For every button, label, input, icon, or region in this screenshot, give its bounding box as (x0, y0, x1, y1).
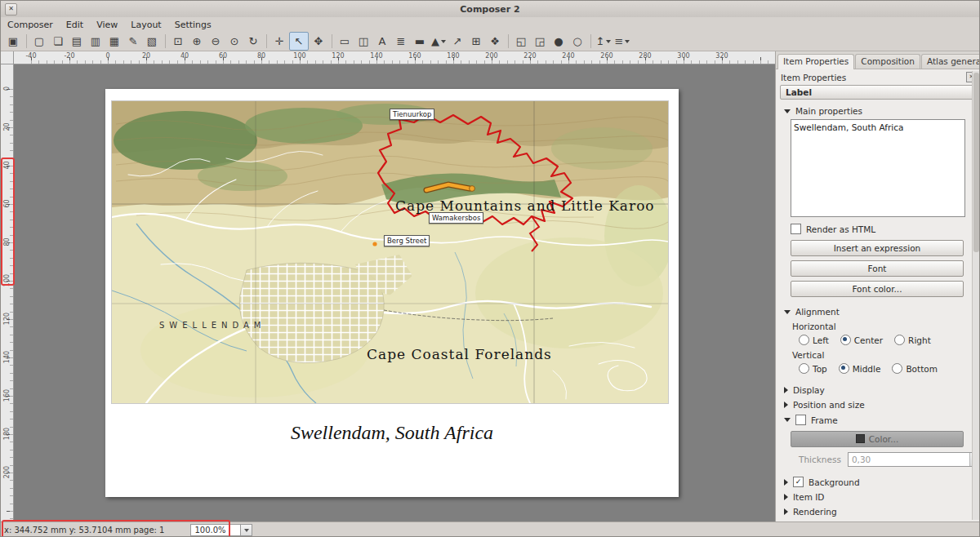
export-image-button[interactable]: ▦ (105, 33, 123, 50)
ruler-mark: 60 (3, 196, 11, 212)
zoom-full-icon: ⊡ (174, 36, 183, 47)
add-legend-button[interactable]: ≣ (392, 33, 410, 50)
unlock-items-button[interactable]: ○ (568, 33, 586, 50)
section-label: Main properties (795, 106, 862, 116)
menu-settings[interactable]: Settings (168, 18, 218, 32)
ruler-mark: 40 (3, 158, 11, 174)
scrollbar-thumb[interactable] (973, 73, 979, 252)
menu-composer[interactable]: Composer (1, 18, 60, 32)
dropdown-arrow-icon (625, 40, 630, 43)
section-frame[interactable]: Frame (776, 411, 980, 427)
toolbar-separator (266, 34, 267, 48)
render-as-html-checkbox[interactable]: Render as HTML (776, 220, 980, 236)
radio-icon (894, 335, 905, 345)
expander-open-icon (784, 109, 791, 113)
radio-middle[interactable]: Middle (839, 363, 881, 374)
section-main-properties[interactable]: Main properties (776, 103, 980, 118)
menubar: Composer Edit View Layout Settings (1, 17, 979, 32)
lock-items-button[interactable]: ● (550, 33, 568, 50)
radio-bottom[interactable]: Bottom (892, 363, 938, 374)
duplicate-composer-button[interactable]: ❏ (49, 33, 67, 50)
label-text-area[interactable]: Swellendam, South Africa (791, 119, 965, 217)
font-button[interactable]: Font (791, 260, 964, 277)
menu-view[interactable]: View (90, 18, 124, 32)
add-shape-button[interactable]: ▲ (430, 33, 448, 50)
frame-checkbox-icon[interactable] (795, 415, 806, 425)
composer-canvas[interactable]: SWELLENDAM Tienuurkop Wamakersbos Berg S… (14, 64, 775, 521)
section-alignment[interactable]: Alignment (776, 304, 980, 318)
insert-expression-button[interactable]: Insert an expression (791, 240, 964, 256)
frame-color-button[interactable]: Color... (791, 431, 964, 447)
ruler-mark: 180 (447, 52, 459, 60)
zoom-full-button[interactable]: ⊡ (169, 33, 187, 50)
zoom-out-button[interactable]: ⊖ (207, 33, 225, 50)
zoom-in-button[interactable]: ⊕ (188, 33, 206, 50)
save-project-button[interactable]: ▣ (4, 33, 22, 50)
refresh-view-button[interactable]: ↻ (244, 33, 262, 50)
section-item-id[interactable]: Item ID (776, 489, 980, 504)
add-label-button[interactable]: A (373, 33, 391, 50)
add-scalebar-icon: ▬ (415, 36, 425, 47)
menu-edit[interactable]: Edit (60, 18, 90, 32)
export-svg-icon: ✎ (129, 36, 138, 47)
ruler-mark: 140 (3, 349, 11, 366)
move-content-icon: ✥ (314, 36, 323, 47)
section-display[interactable]: Display (776, 382, 980, 397)
export-pdf-button[interactable]: ▧ (143, 33, 161, 50)
pan-tool-button[interactable]: ✛ (270, 33, 288, 50)
export-image-icon: ▦ (109, 36, 119, 47)
map-town-label: SWELLENDAM (159, 321, 266, 330)
radio-center[interactable]: Center (840, 335, 883, 345)
section-position-and-size[interactable]: Position and size (776, 397, 980, 411)
checkbox-icon (791, 224, 801, 234)
zoom-actual-button[interactable]: ⊙ (225, 33, 243, 50)
ungroup-items-button[interactable]: ◲ (531, 33, 549, 50)
radio-top[interactable]: Top (799, 363, 827, 374)
print-button[interactable]: ▥ (87, 33, 105, 50)
composer-manager-button[interactable]: ▤ (68, 33, 86, 50)
section-rendering[interactable]: Rendering (776, 504, 980, 518)
tab-composition[interactable]: Composition (855, 54, 920, 69)
add-map-button[interactable]: ▭ (336, 33, 354, 50)
add-html-frame-button[interactable]: ❖ (486, 33, 504, 50)
radio-label: Right (908, 335, 931, 345)
group-items-button[interactable]: ◱ (512, 33, 530, 50)
ruler-mark: 40 (180, 52, 189, 60)
radio-icon (799, 335, 809, 345)
raise-items-button[interactable]: ↥ (595, 33, 612, 50)
tab-item-properties[interactable]: Item Properties (777, 54, 854, 69)
expander-closed-icon (784, 494, 788, 500)
select-move-item-button[interactable]: ↖ (289, 32, 309, 51)
font-color-button[interactable]: Font color... (791, 281, 964, 297)
expander-open-icon (784, 418, 791, 422)
checkbox-label: Render as HTML (806, 224, 875, 234)
ruler-mark: -40 (25, 52, 36, 60)
horizontal-alignment-radios: Left Center Right (776, 332, 980, 347)
add-image-button[interactable]: ◫ (354, 33, 372, 50)
background-checkbox-icon[interactable] (793, 477, 804, 487)
tab-atlas-generation[interactable]: Atlas generation (921, 54, 980, 69)
panel-scrollbar[interactable] (972, 71, 980, 520)
map-item[interactable]: SWELLENDAM Tienuurkop Wamakersbos Berg S… (111, 100, 669, 404)
add-scalebar-button[interactable]: ▬ (411, 33, 429, 50)
add-attribute-table-button[interactable]: ⊞ (467, 33, 485, 50)
move-item-content-button[interactable]: ✥ (310, 33, 327, 50)
radio-right[interactable]: Right (894, 335, 931, 345)
zoom-dropdown-button[interactable] (241, 524, 252, 536)
menu-layout[interactable]: Layout (124, 18, 167, 32)
section-background[interactable]: Background (776, 473, 980, 489)
radio-left[interactable]: Left (799, 335, 829, 345)
new-composer-button[interactable]: ▢ (30, 33, 48, 50)
ruler-mark: 100 (3, 273, 11, 289)
zoom-value[interactable]: 100.0% (190, 524, 241, 536)
section-label: Item ID (793, 492, 824, 502)
color-swatch-icon (856, 434, 865, 443)
add-arrow-button[interactable]: ↗ (448, 33, 466, 50)
panel-heading: Item Properties (781, 73, 846, 82)
zoom-combo[interactable]: 100.0% (190, 524, 252, 536)
map-title-label[interactable]: Swellendam, South Africa (105, 422, 679, 444)
export-svg-button[interactable]: ✎ (124, 33, 142, 50)
thickness-input[interactable] (849, 453, 969, 466)
align-items-button[interactable]: ≡ (613, 33, 631, 50)
composition-page[interactable]: SWELLENDAM Tienuurkop Wamakersbos Berg S… (105, 89, 679, 497)
